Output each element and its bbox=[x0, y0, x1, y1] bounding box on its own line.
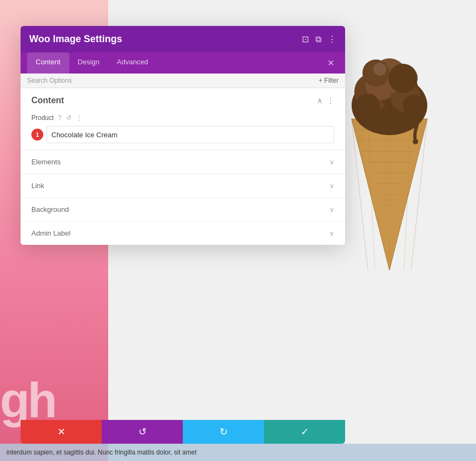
admin-label-section: Admin Label ∨ bbox=[21, 221, 345, 245]
tab-design[interactable]: Design bbox=[69, 52, 108, 74]
product-select[interactable]: Chocolate Ice Cream bbox=[47, 126, 334, 143]
redo-icon: ↻ bbox=[220, 426, 228, 438]
bottom-text: interdum sapien, et sagittis dui. Nunc f… bbox=[6, 449, 197, 456]
tab-advanced[interactable]: Advanced bbox=[108, 52, 157, 74]
product-reset-icon[interactable]: ↺ bbox=[66, 114, 71, 122]
ice-cream-image bbox=[335, 22, 454, 292]
action-bar: ✕ ↺ ↻ ✓ bbox=[21, 420, 345, 444]
settings-panel: Woo Image Settings ⊡ ⧉ ⋮ Content Design … bbox=[21, 26, 345, 245]
more-options-icon[interactable]: ⋮ bbox=[328, 34, 336, 44]
svg-point-25 bbox=[373, 63, 386, 76]
link-label: Link bbox=[31, 182, 44, 190]
collapse-icon[interactable]: ∧ bbox=[317, 96, 322, 105]
filter-button[interactable]: + Filter bbox=[319, 77, 339, 84]
bottom-text-bar: interdum sapien, et sagittis dui. Nunc f… bbox=[0, 444, 476, 461]
svg-point-20 bbox=[356, 93, 380, 117]
svg-point-26 bbox=[413, 139, 418, 144]
step-badge: 1 bbox=[31, 129, 43, 141]
tab-content[interactable]: Content bbox=[27, 52, 69, 74]
cancel-icon: ✕ bbox=[57, 426, 65, 438]
panel-close-button[interactable]: ✕ bbox=[323, 52, 339, 74]
panel-header: Woo Image Settings ⊡ ⧉ ⋮ bbox=[21, 26, 345, 52]
resize-icon[interactable]: ⊡ bbox=[302, 34, 309, 44]
elements-header[interactable]: Elements ∨ bbox=[21, 150, 345, 173]
background-header[interactable]: Background ∨ bbox=[21, 198, 345, 221]
content-area: Content ∧ ⋮ Product ? ↺ ⋮ 1 Chocolate Ic bbox=[21, 88, 345, 245]
admin-label-label: Admin Label bbox=[31, 229, 70, 237]
elements-label: Elements bbox=[31, 158, 61, 166]
section-header-content: Content ∧ ⋮ bbox=[21, 88, 345, 111]
admin-label-header[interactable]: Admin Label ∨ bbox=[21, 222, 345, 245]
section-more-icon[interactable]: ⋮ bbox=[327, 96, 334, 105]
section-title-content: Content bbox=[31, 96, 64, 105]
product-input-row: 1 Chocolate Ice Cream bbox=[31, 126, 334, 143]
link-section: Link ∨ bbox=[21, 173, 345, 197]
product-row: Product ? ↺ ⋮ 1 Chocolate Ice Cream bbox=[21, 111, 345, 150]
save-icon: ✓ bbox=[301, 426, 309, 438]
cancel-button[interactable]: ✕ bbox=[21, 420, 102, 444]
svg-point-21 bbox=[403, 95, 425, 116]
elements-section: Elements ∨ bbox=[21, 150, 345, 173]
background-label: Background bbox=[31, 205, 69, 213]
admin-label-chevron-icon: ∨ bbox=[329, 230, 334, 237]
save-button[interactable]: ✓ bbox=[264, 420, 345, 444]
link-header[interactable]: Link ∨ bbox=[21, 174, 345, 197]
main-area: gh bbox=[0, 0, 476, 461]
link-chevron-icon: ∨ bbox=[329, 182, 334, 190]
undo-button[interactable]: ↺ bbox=[102, 420, 183, 444]
background-chevron-icon: ∨ bbox=[329, 206, 334, 213]
background-section: Background ∨ bbox=[21, 197, 345, 221]
search-bar: Search Options + Filter bbox=[21, 74, 345, 88]
redo-button[interactable]: ↻ bbox=[183, 420, 264, 444]
product-help-icon[interactable]: ? bbox=[58, 114, 62, 122]
elements-chevron-icon: ∨ bbox=[329, 158, 334, 166]
tab-bar: Content Design Advanced ✕ bbox=[21, 52, 345, 74]
expand-icon[interactable]: ⧉ bbox=[315, 35, 321, 44]
product-label-row: Product ? ↺ ⋮ bbox=[31, 114, 334, 122]
product-more-icon[interactable]: ⋮ bbox=[76, 114, 82, 122]
section-actions: ∧ ⋮ bbox=[317, 96, 334, 105]
search-options-label: Search Options bbox=[27, 77, 72, 84]
panel-header-icons: ⊡ ⧉ ⋮ bbox=[302, 34, 336, 44]
product-label: Product bbox=[31, 114, 54, 122]
panel-title: Woo Image Settings bbox=[29, 34, 122, 45]
svg-point-24 bbox=[388, 64, 418, 93]
undo-icon: ↺ bbox=[138, 426, 147, 438]
